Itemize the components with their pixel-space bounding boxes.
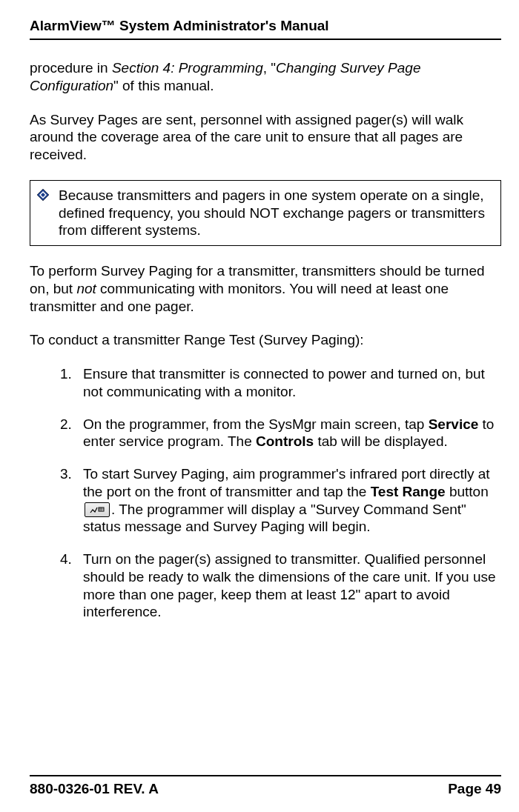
footer-rule [30,775,501,776]
test-range-button-icon [85,502,110,517]
text: procedure in [30,60,112,76]
text-bold: Service [429,416,479,432]
steps-list: Ensure that transmitter is connected to … [30,365,501,621]
list-item: On the programmer, from the SysMgr main … [76,416,501,451]
page-footer: 880-0326-01 REV. A Page 49 [30,775,501,797]
text: button [446,484,489,499]
step-text: Ensure that transmitter is connected to … [83,366,485,399]
text: tab will be displayed. [314,433,448,449]
footer-rev: 880-0326-01 REV. A [30,781,159,797]
paragraph-3: To perform Survey Paging for a transmitt… [30,262,501,315]
page-title: AlarmView™ System Administrator's Manual [30,18,501,34]
header-rule [30,39,501,40]
text: . The programmer will display a "Survey … [83,502,466,535]
footer-page: Page 49 [448,781,501,797]
paragraph-2: As Survey Pages are sent, personnel with… [30,111,501,164]
paragraph-4: To conduct a transmitter Range Test (Sur… [30,331,501,349]
note-callout: Because transmitters and pagers in one s… [30,180,501,246]
step-text: Turn on the pager(s) assigned to transmi… [83,551,496,619]
page-container: AlarmView™ System Administrator's Manual… [0,0,519,812]
text: , " [263,60,276,76]
footer-row: 880-0326-01 REV. A Page 49 [30,781,501,797]
list-item: Ensure that transmitter is connected to … [76,365,501,401]
text-bold: Controls [256,433,314,449]
text-bold: Test Range [371,484,446,499]
svg-rect-3 [99,508,104,511]
text-italic: Section 4: Programming [112,60,263,76]
note-text: Because transmitters and pagers in one s… [59,187,493,239]
diamond-icon [36,188,50,202]
text-italic: not [76,281,96,296]
list-item: Turn on the pager(s) assigned to transmi… [76,550,501,621]
text: " of this manual. [113,78,214,93]
text: On the programmer, from the SysMgr main … [83,416,429,432]
list-item: To start Survey Paging, aim programmer's… [76,465,501,536]
paragraph-1: procedure in Section 4: Programming, "Ch… [30,59,501,95]
